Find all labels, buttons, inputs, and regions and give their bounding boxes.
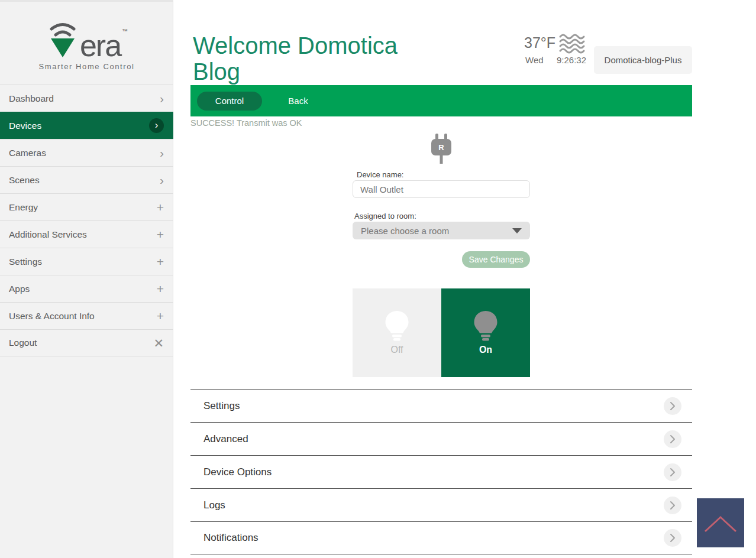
plug-device-icon: R [428,134,455,164]
chevron-up-icon [702,511,739,535]
sidebar-item-apps[interactable]: Apps + [0,275,173,302]
device-name-label: Device name: [357,170,403,179]
page-title-line1: Welcome Domotica [193,33,398,59]
power-off-button[interactable]: Off [353,288,441,377]
sidebar-item-label: Apps [9,284,157,294]
power-on-label: On [479,345,492,355]
close-icon: ✕ [153,337,164,349]
sidebar-item-dashboard[interactable]: Dashboard › [0,85,173,112]
weekday-label: Wed [525,55,544,65]
sidebar-item-label: Dashboard [9,93,160,104]
device-sections: Settings Advanced Device Options Logs No… [190,389,692,554]
room-select[interactable]: Please choose a room [353,222,530,239]
section-device-options[interactable]: Device Options [190,455,692,488]
sidebar-item-label: Cameras [9,148,160,158]
chevron-right-icon [664,397,681,415]
section-settings[interactable]: Settings [190,389,692,422]
tab-control[interactable]: Control [197,92,262,111]
section-label: Advanced [203,433,664,445]
chevron-down-icon [512,228,522,233]
sidebar-item-cameras[interactable]: Cameras › [0,139,173,166]
controller-name-box[interactable]: Domotica-blog-Plus [594,46,692,74]
chevron-right-icon: › [160,92,164,105]
sidebar-item-settings[interactable]: Settings + [0,248,173,275]
sidebar-item-label: Energy [9,202,157,213]
sidebar-item-label: Devices [9,121,149,131]
brand-text: era [80,33,121,59]
section-label: Device Options [203,466,664,478]
sidebar-item-logout[interactable]: Logout ✕ [0,329,173,356]
bulb-on-icon [471,310,500,341]
chevron-right-icon [664,529,681,547]
plus-icon: + [157,283,164,295]
sidebar-item-label: Logout [9,338,153,348]
status-message: SUCCESS! Transmit was OK [190,118,302,128]
section-advanced[interactable]: Advanced [190,422,692,455]
chevron-right-icon: › [160,147,164,159]
device-name-input[interactable] [353,180,530,198]
room-select-value: Please choose a room [361,226,512,236]
page-title: Welcome Domotica Blog [193,33,398,85]
plus-icon: + [157,310,164,322]
sidebar-item-devices[interactable]: Devices › [0,112,173,139]
device-tab-bar: Control Back [190,85,692,116]
sidebar-item-label: Settings [9,257,157,267]
sidebar-item-additional-services[interactable]: Additional Services + [0,220,173,248]
chevron-right-icon [664,463,681,481]
section-label: Notifications [203,532,664,544]
power-off-label: Off [390,345,403,355]
sidebar-item-energy[interactable]: Energy + [0,193,173,220]
section-label: Logs [203,499,664,511]
temperature-reading: 37°F [524,34,555,51]
power-toggle: Off On [353,288,530,377]
section-notifications[interactable]: Notifications [190,521,692,554]
sidebar-menu: Dashboard › Devices › Cameras › Scenes ›… [0,85,173,356]
page: era ™ Smarter Home Control Dashboard › D… [0,0,756,558]
power-on-button[interactable]: On [441,288,530,377]
brand-trademark: ™ [122,28,128,34]
chevron-right-icon [664,497,681,514]
chevron-right-circle-icon: › [149,118,164,133]
tab-back[interactable]: Back [280,96,316,106]
room-label: Assigned to room: [354,212,416,220]
section-logs[interactable]: Logs [190,488,692,521]
fog-weather-icon [558,33,588,54]
plug-icon-letter: R [438,143,444,152]
plus-icon: + [157,201,164,213]
brand-tagline: Smarter Home Control [0,62,173,71]
brand-wordmark: era ™ [0,20,173,59]
sidebar-item-label: Scenes [9,175,160,186]
page-title-line2: Blog [193,59,398,85]
sidebar-item-label: Users & Account Info [9,311,157,322]
scroll-to-top-button[interactable] [697,498,744,547]
vera-v-icon [46,20,80,59]
sidebar-item-users-account-info[interactable]: Users & Account Info + [0,302,173,329]
save-changes-button[interactable]: Save Changes [462,251,530,268]
chevron-right-icon [664,430,681,448]
bulb-off-icon [382,310,412,341]
plus-icon: + [157,255,164,268]
vera-logo: era ™ Smarter Home Control [0,20,173,71]
sidebar-item-scenes[interactable]: Scenes › [0,166,173,193]
plus-icon: + [157,228,164,241]
chevron-right-icon: › [160,174,164,186]
section-label: Settings [203,400,664,412]
sidebar: era ™ Smarter Home Control Dashboard › D… [0,0,173,558]
clock-time: 9:26:32 [557,55,586,65]
sidebar-item-label: Additional Services [9,229,157,240]
